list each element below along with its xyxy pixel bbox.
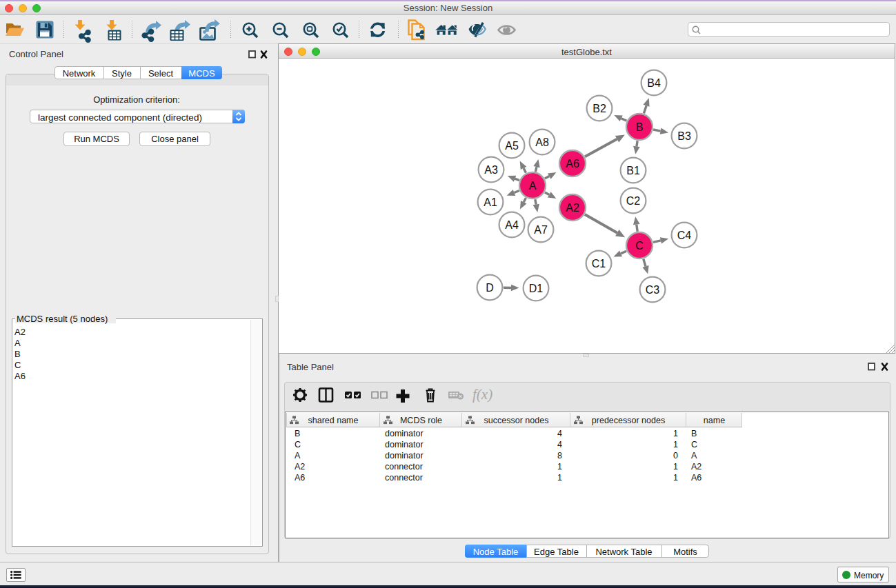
svg-text:C3: C3 bbox=[646, 284, 660, 296]
svg-text:D1: D1 bbox=[529, 283, 544, 294]
svg-text:A7: A7 bbox=[534, 224, 548, 236]
svg-text:A8: A8 bbox=[535, 136, 549, 148]
svg-text:A: A bbox=[529, 180, 537, 192]
svg-text:A5: A5 bbox=[505, 140, 519, 152]
svg-text:C: C bbox=[635, 240, 644, 252]
svg-text:A2: A2 bbox=[566, 202, 579, 214]
svg-text:A1: A1 bbox=[484, 196, 497, 208]
svg-text:B4: B4 bbox=[647, 77, 661, 89]
svg-text:C1: C1 bbox=[592, 258, 606, 270]
svg-text:C4: C4 bbox=[677, 230, 692, 241]
svg-text:B1: B1 bbox=[626, 165, 640, 176]
svg-text:B3: B3 bbox=[677, 130, 691, 142]
svg-text:B: B bbox=[636, 121, 644, 133]
svg-text:C2: C2 bbox=[626, 195, 641, 207]
svg-text:A4: A4 bbox=[505, 219, 519, 231]
svg-text:B2: B2 bbox=[593, 103, 606, 114]
svg-text:A6: A6 bbox=[566, 158, 579, 170]
svg-text:D: D bbox=[486, 282, 494, 294]
svg-text:A3: A3 bbox=[484, 164, 498, 176]
